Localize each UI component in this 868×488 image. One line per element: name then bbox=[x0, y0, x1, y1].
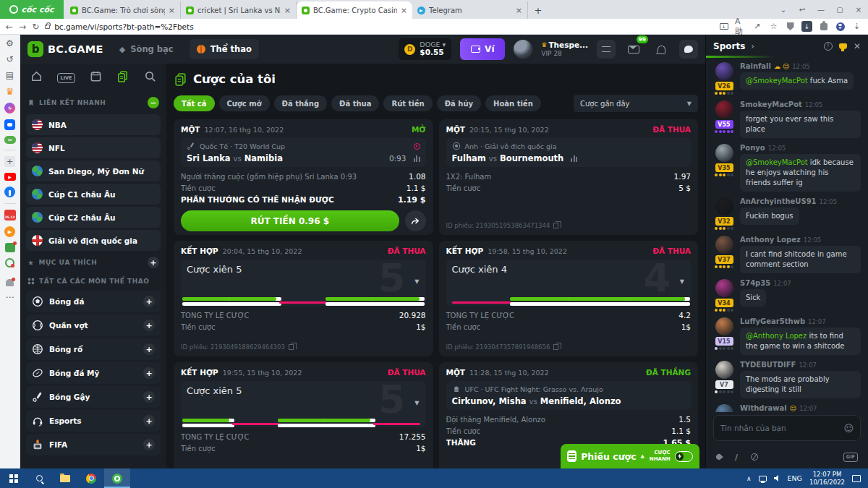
chat-username[interactable]: S74p35 bbox=[740, 279, 770, 287]
tab-search-icon[interactable]: ⌄ bbox=[774, 6, 793, 14]
tab-close-icon[interactable]: × bbox=[169, 6, 175, 15]
coccoc-brand-button[interactable]: cốc cốc bbox=[0, 0, 64, 19]
nav-casino[interactable]: ◆ Sòng bạc bbox=[112, 39, 181, 59]
user-info[interactable]: ♛Thespe... VIP 28 bbox=[541, 40, 588, 58]
chat-username[interactable]: Withdrawal bbox=[740, 404, 787, 412]
file-explorer-icon[interactable] bbox=[52, 468, 78, 488]
restore-tab-icon[interactable]: ↩ bbox=[793, 6, 812, 14]
volume-icon[interactable] bbox=[774, 475, 780, 481]
avatar[interactable] bbox=[715, 279, 733, 297]
downloads-tray-icon[interactable]: ⇣ bbox=[851, 21, 862, 32]
notifications-bell-icon[interactable] bbox=[6, 279, 14, 286]
adblock-shield-icon[interactable] bbox=[785, 21, 796, 32]
browser-tab[interactable]: BC.Game: Crypto Casino Gan × bbox=[297, 1, 412, 19]
expand-plus-button[interactable]: + bbox=[143, 391, 155, 403]
new-tab-button[interactable]: + bbox=[531, 3, 545, 17]
url-field[interactable]: bc.game/vi/sports?bt-path=%2Fbets bbox=[45, 22, 712, 31]
browser-tab[interactable]: BC.Game: Trò chơi sòng bạc × bbox=[65, 1, 181, 19]
nav-sports[interactable]: Thể thao bbox=[190, 39, 259, 59]
lock-icon[interactable] bbox=[45, 25, 50, 29]
sidebar-sport-item[interactable]: Quần vợt + bbox=[26, 314, 161, 336]
sidebar-sport-item[interactable]: Bóng đá + bbox=[26, 291, 161, 312]
chat-mention[interactable]: @Anthony Lopez bbox=[746, 332, 809, 340]
tab-close-icon[interactable]: × bbox=[284, 6, 291, 15]
filter-pill[interactable]: Đã hủy bbox=[437, 95, 481, 111]
extensions-puzzle-icon[interactable] bbox=[818, 21, 829, 32]
single-panel[interactable]: UFC · UFC Fight Night: Grasso vs. Araujo… bbox=[446, 381, 692, 410]
add-shortcut-icon[interactable]: + bbox=[4, 156, 15, 167]
copy-icon[interactable] bbox=[553, 344, 558, 350]
expand-plus-button[interactable]: + bbox=[143, 296, 155, 307]
download-manager-icon[interactable]: ↓ bbox=[801, 21, 812, 32]
avatar[interactable] bbox=[715, 144, 733, 162]
browser-tab[interactable]: cricket | Sri Lanka vs Namibi × bbox=[181, 1, 297, 19]
taskbar-search-icon[interactable] bbox=[26, 468, 52, 488]
chat-username[interactable]: AnArchyintheUS91 bbox=[740, 197, 817, 205]
copy-icon[interactable] bbox=[553, 223, 558, 228]
filter-pill[interactable]: Rút tiền bbox=[383, 95, 432, 111]
gift-icon[interactable] bbox=[5, 243, 15, 252]
schedule-calendar-icon[interactable] bbox=[90, 70, 102, 85]
games-icon[interactable] bbox=[4, 136, 16, 144]
sidebar-quick-link[interactable]: Cúp C2 châu Âu bbox=[26, 207, 161, 228]
wallet-button[interactable]: Ví bbox=[460, 38, 505, 60]
share-button[interactable] bbox=[405, 210, 426, 231]
betslip-button[interactable]: Phiếu cược ▲ CƯỢC NHANH bbox=[561, 444, 699, 468]
chat-input[interactable] bbox=[720, 424, 839, 432]
live-icon[interactable]: LIVE bbox=[57, 73, 75, 83]
add-favorite-button[interactable]: + bbox=[148, 257, 159, 268]
expand-plus-button[interactable]: + bbox=[143, 415, 155, 427]
translate-icon[interactable]: A助 bbox=[735, 21, 746, 32]
notifications-button[interactable] bbox=[652, 40, 671, 59]
sidebar-sport-item[interactable]: Bóng đá Mỹ + bbox=[26, 362, 161, 384]
chat-mention[interactable]: @SmokeyMacPot bbox=[746, 77, 810, 85]
avatar[interactable] bbox=[715, 317, 733, 335]
home-icon[interactable] bbox=[30, 70, 43, 85]
settings-gear-icon[interactable]: ⚙ bbox=[6, 38, 14, 48]
avatar[interactable] bbox=[715, 404, 733, 412]
youtube-icon[interactable]: ▶ bbox=[4, 173, 16, 181]
chevron-right-icon[interactable]: › bbox=[751, 41, 754, 51]
start-button[interactable] bbox=[0, 468, 26, 488]
tab-close-icon[interactable]: × bbox=[401, 6, 407, 15]
emoji-icon[interactable]: ☺ bbox=[843, 423, 854, 434]
language-indicator[interactable]: ENG bbox=[788, 474, 802, 482]
single-panel[interactable]: Anh · Giải vô địch quốc gia Fulham vs Bo… bbox=[446, 138, 692, 167]
chat-username[interactable]: Rainfall bbox=[740, 62, 771, 70]
combo-panel[interactable]: Cược xiên 5 5 ▼ bbox=[181, 260, 426, 306]
chat-rules-info-icon[interactable]: ! bbox=[824, 42, 833, 51]
facebook-icon[interactable] bbox=[4, 187, 15, 197]
chrome-icon[interactable] bbox=[78, 468, 104, 488]
video-shortcut-icon[interactable]: ▶ bbox=[4, 226, 15, 237]
back-icon[interactable]: ← bbox=[6, 22, 13, 32]
share-page-icon[interactable]: ↗ bbox=[752, 21, 762, 32]
sidebar-quick-link[interactable]: Cúp C1 châu Âu bbox=[26, 184, 161, 205]
expand-plus-button[interactable]: + bbox=[143, 367, 155, 379]
minimize-button[interactable]: — bbox=[812, 6, 830, 14]
sidebar-sport-item[interactable]: FIFA + bbox=[26, 434, 161, 455]
sidebar-quick-link[interactable]: San Diego, Mỹ Đơn Nữ bbox=[26, 160, 161, 181]
trophy-icon[interactable] bbox=[839, 43, 847, 49]
browser-profile-avatar[interactable] bbox=[835, 21, 846, 32]
chat-username[interactable]: SmokeyMacPot bbox=[740, 100, 802, 108]
chevron-down-icon[interactable]: ▼ bbox=[414, 400, 419, 406]
send-to-device-icon[interactable]: ↓ bbox=[718, 21, 729, 32]
maximize-button[interactable]: ▢ bbox=[830, 6, 849, 14]
calendar-shortcut-icon[interactable]: 25.12 bbox=[4, 210, 16, 221]
network-icon[interactable] bbox=[759, 476, 767, 481]
avatar[interactable] bbox=[715, 197, 733, 215]
chevron-down-icon[interactable]: ▼ bbox=[680, 278, 684, 285]
stats-icon[interactable] bbox=[414, 155, 420, 162]
filter-pill[interactable]: Hoàn tiền bbox=[485, 95, 541, 111]
news-feed-icon[interactable]: ▤ bbox=[6, 70, 14, 80]
bcgame-logo[interactable]: b BC.GAME bbox=[27, 41, 103, 57]
search-promo-icon[interactable] bbox=[5, 258, 14, 267]
forward-icon[interactable]: → bbox=[19, 22, 26, 32]
tab-close-icon[interactable]: × bbox=[516, 6, 522, 15]
stats-icon[interactable] bbox=[571, 155, 577, 162]
reload-icon[interactable]: ↻ bbox=[32, 22, 39, 32]
combo-panel[interactable]: Cược xiên 4 4 ▼ bbox=[446, 260, 692, 306]
chat-toggle-button[interactable] bbox=[679, 40, 698, 59]
chevron-down-icon[interactable]: ▼ bbox=[414, 278, 419, 285]
filter-pill[interactable]: Cược mở bbox=[219, 95, 270, 111]
